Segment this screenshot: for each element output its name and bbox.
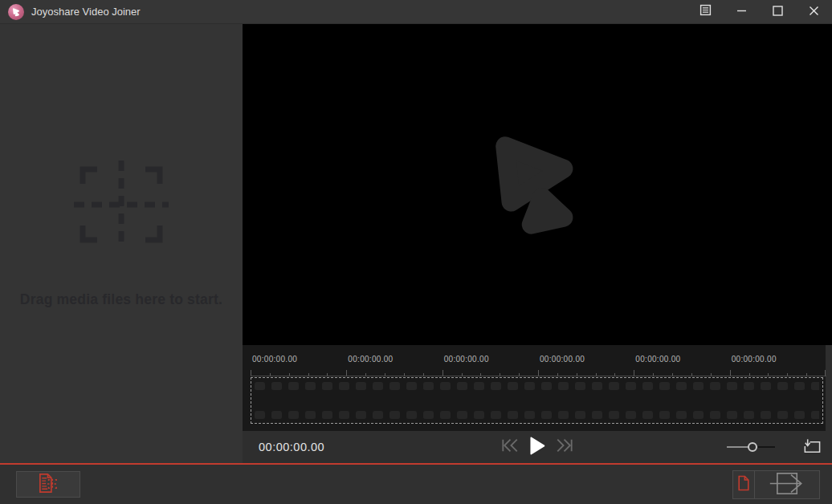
export-button[interactable] — [755, 470, 820, 499]
watermark-logo-icon — [475, 124, 594, 246]
next-button[interactable] — [556, 438, 573, 456]
film-sprocket-hole — [356, 382, 366, 390]
film-sprocket-hole — [727, 382, 737, 390]
film-sprocket-hole — [727, 411, 737, 419]
slider-track-filled — [727, 446, 750, 448]
ruler-tick — [557, 373, 558, 376]
film-sprocket-hole — [626, 382, 636, 390]
film-sprocket-hole — [288, 411, 299, 419]
play-button[interactable] — [530, 437, 545, 458]
menu-button[interactable] — [687, 0, 724, 23]
window-controls — [687, 0, 832, 23]
skip-forward-icon — [556, 441, 573, 455]
slider-knob[interactable] — [748, 442, 757, 452]
ruler-timestamp: 00:00:00.00 — [732, 355, 777, 364]
ruler-tick — [462, 373, 463, 376]
film-sprocket-hole — [406, 382, 417, 390]
sprocket-row — [255, 411, 819, 419]
ruler-tick — [423, 373, 424, 376]
minimize-button[interactable] — [724, 0, 760, 23]
film-sprocket-hole — [423, 411, 434, 419]
film-sprocket-hole — [423, 382, 434, 390]
film-sprocket-hole — [305, 411, 316, 419]
ruler-timestamp: 00:00:00.00 — [540, 355, 585, 364]
film-sprocket-hole — [744, 382, 754, 390]
film-sprocket-hole — [255, 382, 265, 390]
timeline-ruler: 00:00:00.0000:00:00.0000:00:00.0000:00:0… — [251, 355, 826, 376]
film-sprocket-hole — [761, 411, 771, 419]
skip-back-icon — [502, 441, 520, 455]
film-sprocket-hole — [558, 382, 569, 390]
film-sprocket-hole — [474, 411, 484, 419]
film-sprocket-hole — [693, 411, 704, 419]
film-sprocket-hole — [794, 382, 805, 390]
loop-button[interactable] — [801, 438, 822, 458]
film-sprocket-hole — [575, 382, 585, 390]
film-sprocket-hole — [373, 382, 383, 390]
ruler-tick — [730, 370, 731, 376]
ruler-timestamp: 00:00:00.00 — [252, 355, 297, 364]
drop-target-icon — [74, 161, 169, 252]
film-sprocket-hole — [271, 382, 282, 390]
close-button[interactable] — [796, 0, 832, 23]
film-sprocket-hole — [271, 411, 282, 419]
ruler-tick — [327, 373, 328, 376]
titlebar: Joyoshare Video Joiner — [0, 0, 832, 24]
film-sprocket-hole — [558, 411, 569, 419]
film-sprocket-hole — [474, 382, 484, 390]
sprocket-row — [255, 382, 819, 390]
media-list-button[interactable] — [16, 471, 80, 498]
film-sprocket-hole — [457, 382, 467, 390]
ruler-tick — [308, 373, 309, 376]
ruler-timestamp: 00:00:00.00 — [348, 355, 393, 364]
film-sprocket-hole — [373, 411, 383, 419]
film-sprocket-hole — [491, 382, 501, 390]
app-logo-icon — [8, 4, 24, 20]
playback-controls — [502, 431, 573, 463]
film-sprocket-hole — [676, 411, 687, 419]
volume-slider[interactable] — [727, 431, 775, 463]
ruler-tick — [825, 370, 826, 376]
maximize-icon — [773, 5, 783, 19]
ruler-tick — [749, 373, 750, 376]
maximize-button[interactable] — [760, 0, 796, 23]
ruler-tick — [385, 373, 385, 376]
film-sprocket-hole — [693, 382, 704, 390]
film-sprocket-hole — [457, 411, 467, 419]
film-sprocket-hole — [508, 382, 518, 390]
player-panel: 00:00:00.0000:00:00.0000:00:00.0000:00:0… — [243, 24, 832, 463]
film-sprocket-hole — [642, 382, 653, 390]
film-sprocket-hole — [609, 411, 619, 419]
ruler-tick — [577, 373, 577, 376]
previous-button[interactable] — [502, 438, 520, 456]
film-sprocket-hole — [356, 411, 366, 419]
film-sprocket-hole — [541, 382, 552, 390]
ruler-tick — [519, 373, 520, 376]
film-sprocket-hole — [541, 411, 552, 419]
play-icon — [530, 444, 545, 457]
new-file-icon — [737, 475, 750, 494]
clip-drop-zone[interactable] — [251, 377, 823, 424]
film-sprocket-hole — [659, 382, 670, 390]
ruler-tick — [538, 370, 539, 376]
ruler-tick — [691, 373, 692, 376]
film-sprocket-hole — [777, 411, 788, 419]
export-button-group — [732, 470, 820, 499]
film-sprocket-hole — [406, 411, 417, 419]
film-sprocket-hole — [710, 382, 720, 390]
ruler-tick — [806, 373, 807, 376]
current-time-display: 00:00:00.00 — [259, 431, 324, 463]
minimize-icon — [736, 5, 747, 19]
media-drop-area[interactable]: Drag media files here to start. — [0, 24, 243, 463]
film-sprocket-hole — [659, 411, 670, 419]
ruler-tick — [768, 373, 769, 376]
new-task-button[interactable] — [732, 470, 755, 499]
ruler-tick — [346, 370, 347, 376]
video-preview — [243, 24, 832, 345]
ruler-tick — [289, 373, 290, 376]
ruler-tick — [443, 370, 443, 376]
film-sprocket-hole — [592, 382, 602, 390]
film-sprocket-hole — [339, 382, 349, 390]
bottom-toolbar — [0, 465, 832, 504]
film-sprocket-hole — [811, 411, 819, 419]
